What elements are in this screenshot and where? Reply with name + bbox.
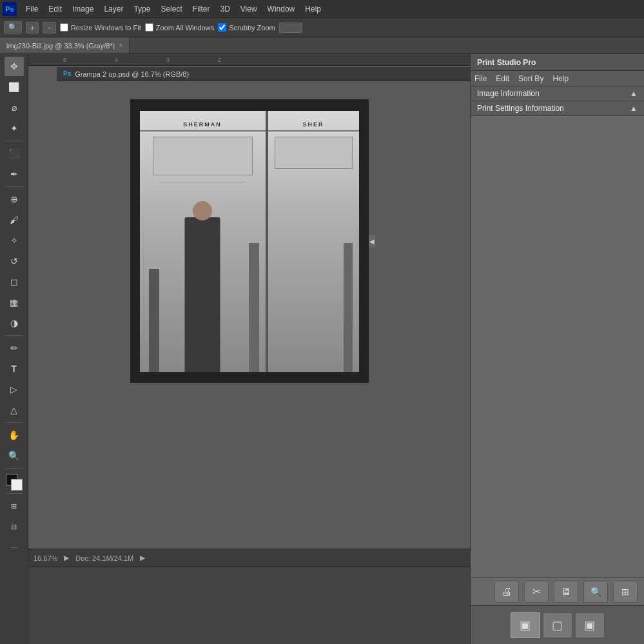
monitor-action-btn[interactable]: 🖥 [554, 581, 578, 603]
tool-quick-mask[interactable]: ⊞ [5, 496, 24, 516]
menu-file[interactable]: File [21, 3, 43, 15]
document-tab[interactable]: img230-Bill.jpg @ 33.3% (Gray/8*) × [0, 37, 130, 54]
view-triple-btn[interactable]: ▣ [575, 612, 605, 638]
tool-dodge[interactable]: ◑ [5, 313, 24, 333]
ruler-mark-2: 2 [218, 57, 221, 63]
ps-logo: Ps [3, 2, 17, 16]
status-expand: ▶ [140, 554, 145, 562]
image-information-header[interactable]: Image Information ▲ [471, 86, 644, 101]
tool-text[interactable]: T [5, 359, 24, 378]
ps-status-bar: 16.67% ▶ Doc: 24.1M/24.1M ▶ [28, 549, 470, 567]
view-double-icon: ▢ [552, 618, 563, 632]
doc-size: Doc: 24.1M/24.1M [75, 554, 133, 562]
psp-menu-file[interactable]: File [474, 74, 487, 83]
tool-pen[interactable]: ✏ [5, 338, 24, 358]
zoom-in-icon: 🔍 [8, 23, 17, 32]
structure-line-1 [140, 130, 266, 132]
crop-icon: ✂ [532, 585, 541, 598]
tool-hand[interactable]: ✋ [5, 425, 24, 445]
crop-action-btn[interactable]: ✂ [524, 581, 549, 603]
menu-3d[interactable]: 3D [215, 3, 235, 15]
tool-quick-select[interactable]: ✦ [5, 119, 24, 138]
tool-eyedropper[interactable]: ✒ [5, 164, 24, 184]
view-triple-icon: ▣ [584, 618, 595, 632]
tab-filename: img230-Bill.jpg @ 33.3% (Gray/8*) [6, 42, 115, 50]
menu-image[interactable]: Image [67, 3, 99, 15]
tool-color-swatch[interactable] [6, 474, 23, 491]
tool-move[interactable]: ✥ [5, 57, 24, 76]
resize-windows-checkbox[interactable] [60, 23, 68, 32]
monitor-icon: 🖥 [561, 586, 571, 598]
print-studio-panel: Print Studio Pro File Edit Sort By Help … [470, 54, 644, 644]
tool-gradient[interactable]: ▦ [5, 293, 24, 312]
doc-title-bar: Ps Grampa 2 up.psd @ 16.7% (RGB/8) [57, 67, 470, 81]
print-action-btn[interactable]: 🖨 [494, 581, 519, 603]
menu-help[interactable]: Help [300, 3, 326, 15]
document-background: SHERMAN [130, 99, 369, 383]
structure-line-3 [268, 130, 359, 132]
ladder-left [249, 243, 259, 372]
zoom-all-checkbox[interactable] [145, 23, 153, 32]
image-information-arrow: ▲ [630, 89, 638, 98]
canvas-content: Ps Grampa 2 up.psd @ 16.7% (RGB/8) SHERM… [28, 66, 470, 626]
photo-left: SHERMAN [140, 111, 266, 372]
tool-zoom[interactable]: 🔍 [5, 446, 24, 465]
print-icon: 🖨 [502, 586, 512, 598]
scrubby-zoom-label[interactable]: Scrubby Zoom [218, 23, 275, 32]
tool-extras[interactable]: ⋯ [5, 538, 24, 557]
left-toolbar: ✥ ⬜ ⌀ ✦ ⬛ ✒ ⊕ 🖌 ✧ ↺ ◻ ▦ ◑ ✏ T ▷ △ ✋ 🔍 ⊞ … [0, 54, 28, 644]
zoom-value-input[interactable]: 10 [279, 23, 302, 33]
ruler-mark-5: 5 [63, 57, 66, 63]
background-color[interactable] [11, 479, 23, 491]
tool-screen-mode[interactable]: ⊟ [5, 517, 24, 536]
scrubby-zoom-checkbox[interactable] [218, 23, 226, 32]
zoom-fit-action-btn[interactable]: ⊞ [613, 581, 638, 603]
psp-title-bar: Print Studio Pro [471, 54, 644, 71]
menu-select[interactable]: Select [155, 3, 187, 15]
ps-logo-small: Ps [63, 70, 71, 77]
menu-layer[interactable]: Layer [99, 3, 128, 15]
photo-left-text: SHERMAN [183, 121, 222, 128]
psp-menu-sortby[interactable]: Sort By [518, 74, 543, 83]
tab-close-icon[interactable]: × [119, 42, 122, 49]
menu-filter[interactable]: Filter [188, 3, 215, 15]
main-area: ✥ ⬜ ⌀ ✦ ⬛ ✒ ⊕ 🖌 ✧ ↺ ◻ ▦ ◑ ✏ T ▷ △ ✋ 🔍 ⊞ … [0, 54, 644, 644]
zoom-out-btn[interactable]: − [43, 22, 55, 34]
menu-type[interactable]: Type [128, 3, 155, 15]
minus-icon: − [47, 24, 51, 32]
zoom-out-action-btn[interactable]: 🔍 [583, 581, 608, 603]
canvas-ruler-top: 5 4 3 2 [28, 54, 470, 66]
tool-brush[interactable]: 🖌 [5, 210, 24, 229]
menu-edit[interactable]: Edit [43, 3, 67, 15]
ladder-right [149, 269, 159, 372]
resize-windows-text: Resize Windows to Fit [71, 24, 141, 32]
print-settings-header[interactable]: Print Settings Information ▲ [471, 101, 644, 116]
view-single-btn[interactable]: ▣ [511, 612, 540, 638]
psp-menu-help[interactable]: Help [552, 74, 569, 83]
tool-eraser[interactable]: ◻ [5, 272, 24, 291]
status-arrow: ▶ [64, 554, 69, 562]
menu-window[interactable]: Window [262, 3, 300, 15]
zoom-tool-btn[interactable]: 🔍 [4, 21, 22, 34]
tool-healing[interactable]: ⊕ [5, 190, 24, 209]
image-information-label: Image Information [477, 89, 540, 98]
tool-crop[interactable]: ⬛ [5, 144, 24, 163]
tool-history[interactable]: ↺ [5, 251, 24, 271]
figure-body [185, 217, 220, 372]
zoom-in-btn[interactable]: + [26, 22, 39, 34]
tool-select-rect[interactable]: ⬜ [5, 77, 24, 97]
view-double-btn[interactable]: ▢ [543, 612, 572, 638]
tool-lasso[interactable]: ⌀ [5, 98, 24, 117]
zoom-all-label[interactable]: Zoom All Windows [145, 23, 214, 32]
collapse-panel-arrow[interactable]: ◀ [369, 235, 375, 248]
tool-clone[interactable]: ✧ [5, 231, 24, 250]
tool-path-select[interactable]: ▷ [5, 380, 24, 399]
ruler-mark-4: 4 [115, 57, 118, 63]
menu-view[interactable]: View [235, 3, 262, 15]
psp-content-area [471, 116, 644, 577]
resize-windows-label[interactable]: Resize Windows to Fit [60, 23, 141, 32]
psp-menu-edit[interactable]: Edit [496, 74, 509, 83]
zoom-out-icon: 🔍 [590, 587, 601, 597]
tool-separator-2 [6, 186, 23, 187]
tool-shape[interactable]: △ [5, 400, 24, 420]
